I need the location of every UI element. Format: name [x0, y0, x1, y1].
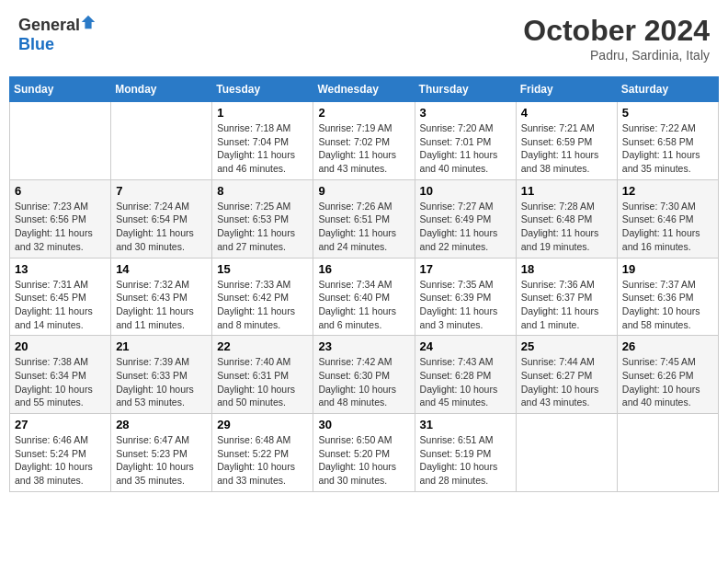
day-number: 3	[420, 106, 511, 120]
logo-general: General	[18, 16, 80, 34]
day-info: Sunrise: 7:38 AM Sunset: 6:34 PM Dayligh…	[15, 355, 106, 409]
day-info: Sunrise: 7:30 AM Sunset: 6:46 PM Dayligh…	[622, 200, 713, 254]
day-number: 10	[420, 184, 511, 198]
day-info: Sunrise: 7:32 AM Sunset: 6:43 PM Dayligh…	[116, 278, 207, 332]
calendar-cell: 16Sunrise: 7:34 AM Sunset: 6:40 PM Dayli…	[313, 258, 415, 336]
calendar-cell: 28Sunrise: 6:47 AM Sunset: 5:23 PM Dayli…	[111, 414, 212, 492]
day-info: Sunrise: 7:28 AM Sunset: 6:48 PM Dayligh…	[521, 200, 612, 254]
calendar-cell: 9Sunrise: 7:26 AM Sunset: 6:51 PM Daylig…	[313, 179, 415, 258]
day-number: 5	[622, 106, 713, 120]
day-number: 11	[521, 184, 612, 198]
day-number: 30	[318, 418, 409, 431]
day-number: 8	[217, 184, 308, 198]
weekday-header-friday: Friday	[516, 77, 617, 102]
day-number: 2	[318, 106, 409, 120]
day-info: Sunrise: 7:24 AM Sunset: 6:54 PM Dayligh…	[116, 200, 207, 254]
day-number: 25	[521, 339, 612, 353]
calendar-cell: 5Sunrise: 7:22 AM Sunset: 6:58 PM Daylig…	[617, 102, 718, 180]
calendar-cell: 20Sunrise: 7:38 AM Sunset: 6:34 PM Dayli…	[10, 336, 111, 414]
calendar-cell: 15Sunrise: 7:33 AM Sunset: 6:42 PM Dayli…	[212, 258, 313, 336]
calendar-cell: 18Sunrise: 7:36 AM Sunset: 6:37 PM Dayli…	[516, 258, 617, 336]
calendar-cell: 22Sunrise: 7:40 AM Sunset: 6:31 PM Dayli…	[212, 336, 313, 414]
day-number: 28	[116, 418, 207, 431]
calendar-cell: 6Sunrise: 7:23 AM Sunset: 6:56 PM Daylig…	[10, 179, 111, 258]
weekday-header-wednesday: Wednesday	[313, 77, 415, 102]
day-number: 21	[116, 339, 207, 353]
weekday-header-sunday: Sunday	[10, 77, 111, 102]
calendar-cell	[111, 102, 212, 180]
calendar-cell	[617, 414, 718, 492]
calendar-cell: 25Sunrise: 7:44 AM Sunset: 6:27 PM Dayli…	[516, 336, 617, 414]
day-info: Sunrise: 7:23 AM Sunset: 6:56 PM Dayligh…	[15, 200, 106, 254]
day-number: 1	[217, 106, 308, 120]
day-info: Sunrise: 6:46 AM Sunset: 5:24 PM Dayligh…	[15, 433, 106, 488]
weekday-header-saturday: Saturday	[617, 77, 718, 102]
calendar-cell: 24Sunrise: 7:43 AM Sunset: 6:28 PM Dayli…	[415, 336, 516, 414]
title-area: October 2024 Padru, Sardinia, Italy	[523, 14, 710, 63]
month-title: October 2024	[523, 14, 710, 48]
weekday-header-tuesday: Tuesday	[212, 77, 313, 102]
day-info: Sunrise: 7:31 AM Sunset: 6:45 PM Dayligh…	[15, 278, 106, 332]
day-info: Sunrise: 6:51 AM Sunset: 5:19 PM Dayligh…	[420, 433, 511, 488]
svg-marker-0	[82, 16, 95, 29]
calendar-table: SundayMondayTuesdayWednesdayThursdayFrid…	[9, 76, 719, 492]
day-number: 22	[217, 339, 308, 353]
day-info: Sunrise: 7:44 AM Sunset: 6:27 PM Dayligh…	[521, 355, 612, 409]
day-info: Sunrise: 7:33 AM Sunset: 6:42 PM Dayligh…	[217, 278, 308, 332]
calendar-cell: 31Sunrise: 6:51 AM Sunset: 5:19 PM Dayli…	[415, 414, 516, 492]
calendar-cell: 19Sunrise: 7:37 AM Sunset: 6:36 PM Dayli…	[617, 258, 718, 336]
location: Padru, Sardinia, Italy	[523, 48, 710, 63]
day-info: Sunrise: 7:20 AM Sunset: 7:01 PM Dayligh…	[420, 121, 511, 176]
day-number: 16	[318, 262, 409, 276]
day-info: Sunrise: 7:43 AM Sunset: 6:28 PM Dayligh…	[420, 355, 511, 409]
day-number: 26	[622, 339, 713, 353]
logo-text: General Blue	[18, 14, 97, 54]
day-info: Sunrise: 7:45 AM Sunset: 6:26 PM Dayligh…	[622, 355, 713, 409]
logo-blue: Blue	[18, 35, 54, 53]
calendar-cell: 14Sunrise: 7:32 AM Sunset: 6:43 PM Dayli…	[111, 258, 212, 336]
day-info: Sunrise: 6:48 AM Sunset: 5:22 PM Dayligh…	[217, 433, 308, 488]
day-number: 7	[116, 184, 207, 198]
calendar-cell: 4Sunrise: 7:21 AM Sunset: 6:59 PM Daylig…	[516, 102, 617, 180]
page-header: General Blue October 2024 Padru, Sardini…	[9, 9, 719, 67]
day-number: 13	[15, 262, 106, 276]
calendar-cell: 17Sunrise: 7:35 AM Sunset: 6:39 PM Dayli…	[415, 258, 516, 336]
day-info: Sunrise: 7:21 AM Sunset: 6:59 PM Dayligh…	[521, 121, 612, 176]
day-number: 27	[15, 418, 106, 431]
day-number: 15	[217, 262, 308, 276]
day-number: 17	[420, 262, 511, 276]
day-number: 18	[521, 262, 612, 276]
weekday-header-thursday: Thursday	[415, 77, 516, 102]
calendar-cell: 7Sunrise: 7:24 AM Sunset: 6:54 PM Daylig…	[111, 179, 212, 258]
calendar-cell: 3Sunrise: 7:20 AM Sunset: 7:01 PM Daylig…	[415, 102, 516, 180]
calendar-cell: 26Sunrise: 7:45 AM Sunset: 6:26 PM Dayli…	[617, 336, 718, 414]
calendar-cell: 1Sunrise: 7:18 AM Sunset: 7:04 PM Daylig…	[212, 102, 313, 180]
day-number: 12	[622, 184, 713, 198]
day-number: 23	[318, 339, 409, 353]
day-number: 19	[622, 262, 713, 276]
day-info: Sunrise: 7:40 AM Sunset: 6:31 PM Dayligh…	[217, 355, 308, 409]
day-info: Sunrise: 7:25 AM Sunset: 6:53 PM Dayligh…	[217, 200, 308, 254]
day-info: Sunrise: 7:26 AM Sunset: 6:51 PM Dayligh…	[318, 200, 409, 254]
day-number: 24	[420, 339, 511, 353]
day-info: Sunrise: 7:42 AM Sunset: 6:30 PM Dayligh…	[318, 355, 409, 409]
logo: General Blue	[18, 14, 97, 54]
day-info: Sunrise: 7:35 AM Sunset: 6:39 PM Dayligh…	[420, 278, 511, 332]
day-number: 29	[217, 418, 308, 431]
day-info: Sunrise: 7:37 AM Sunset: 6:36 PM Dayligh…	[622, 278, 713, 332]
calendar-cell	[10, 102, 111, 180]
calendar-cell: 21Sunrise: 7:39 AM Sunset: 6:33 PM Dayli…	[111, 336, 212, 414]
calendar-cell: 2Sunrise: 7:19 AM Sunset: 7:02 PM Daylig…	[313, 102, 415, 180]
day-number: 20	[15, 339, 106, 353]
day-number: 6	[15, 184, 106, 198]
day-number: 14	[116, 262, 207, 276]
calendar-cell: 29Sunrise: 6:48 AM Sunset: 5:22 PM Dayli…	[212, 414, 313, 492]
day-number: 9	[318, 184, 409, 198]
day-info: Sunrise: 6:47 AM Sunset: 5:23 PM Dayligh…	[116, 433, 207, 488]
day-info: Sunrise: 7:19 AM Sunset: 7:02 PM Dayligh…	[318, 121, 409, 176]
day-info: Sunrise: 6:50 AM Sunset: 5:20 PM Dayligh…	[318, 433, 409, 488]
calendar-cell	[516, 414, 617, 492]
calendar-cell: 11Sunrise: 7:28 AM Sunset: 6:48 PM Dayli…	[516, 179, 617, 258]
day-info: Sunrise: 7:39 AM Sunset: 6:33 PM Dayligh…	[116, 355, 207, 409]
logo-icon	[80, 14, 97, 30]
